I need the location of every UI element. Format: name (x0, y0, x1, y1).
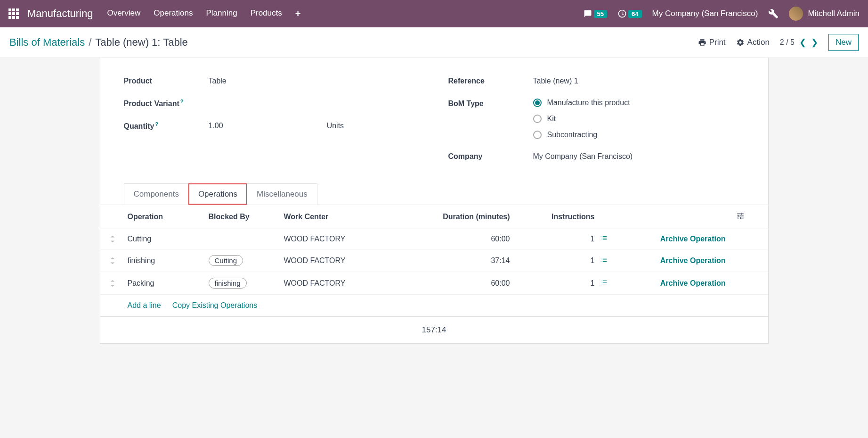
cell-instructions[interactable]: 1 (510, 279, 595, 288)
table-row[interactable]: CuttingWOOD FACTORY60:001Archive Operati… (100, 229, 768, 249)
form-body: Product Table Product Variant? Quantity?… (100, 58, 768, 174)
radio-subcontract[interactable]: Subcontracting (533, 131, 630, 139)
help-icon[interactable]: ? (155, 121, 158, 127)
archive-operation-link[interactable]: Archive Operation (614, 235, 726, 243)
cell-operation[interactable]: Cutting (124, 235, 209, 243)
cell-work-center[interactable]: WOOD FACTORY (284, 235, 425, 243)
bom-type-radio-group: Manufacture this product Kit Subcontract… (533, 99, 630, 139)
cell-blocked[interactable]: Cutting (209, 255, 284, 266)
avatar-icon (789, 7, 803, 21)
pager-next-icon[interactable]: ❯ (811, 37, 818, 48)
cell-duration[interactable]: 37:14 (425, 256, 510, 265)
cell-instructions[interactable]: 1 (510, 235, 595, 243)
add-line-link[interactable]: Add a line (128, 301, 161, 310)
chat-icon (583, 9, 592, 18)
cell-work-center[interactable]: WOOD FACTORY (284, 279, 425, 288)
archive-operation-link[interactable]: Archive Operation (614, 256, 726, 265)
list-icon[interactable] (595, 256, 614, 265)
help-icon[interactable]: ? (180, 99, 184, 104)
nav-overview[interactable]: Overview (107, 8, 140, 19)
value-company[interactable]: My Company (San Francisco) (533, 152, 633, 161)
table-row[interactable]: PackingfinishingWOOD FACTORY60:001Archiv… (100, 272, 768, 295)
label-product: Product (124, 77, 209, 85)
cell-operation[interactable]: finishing (124, 256, 209, 265)
breadcrumb-actions: Print Action 2 / 5 ❮ ❯ New (698, 34, 859, 51)
nav-menu: Overview Operations Planning Products + (107, 8, 583, 19)
nav-operations[interactable]: Operations (154, 8, 193, 19)
table-footer-links: Add a line Copy Existing Operations (100, 295, 768, 317)
cell-instructions[interactable]: 1 (510, 256, 595, 265)
radio-unchecked-icon (533, 131, 542, 139)
action-button[interactable]: Action (736, 38, 770, 47)
cell-blocked[interactable]: finishing (209, 278, 284, 289)
radio-checked-icon (533, 99, 542, 107)
th-work-center[interactable]: Work Center (284, 213, 425, 221)
value-reference[interactable]: Table (new) 1 (533, 77, 578, 85)
value-product[interactable]: Table (209, 77, 227, 85)
operations-table: Operation Blocked By Work Center Duratio… (100, 205, 768, 343)
copy-operations-link[interactable]: Copy Existing Operations (172, 301, 258, 310)
list-icon[interactable] (595, 279, 614, 288)
tab-miscellaneous[interactable]: Miscellaneous (247, 183, 317, 205)
new-button[interactable]: New (828, 34, 859, 51)
radio-kit[interactable]: Kit (533, 115, 630, 123)
breadcrumb: Bills of Materials / Table (new) 1: Tabl… (9, 36, 188, 49)
breadcrumb-parent[interactable]: Bills of Materials (9, 36, 85, 49)
company-selector[interactable]: My Company (San Francisco) (652, 9, 758, 18)
pager-prev-icon[interactable]: ❮ (799, 37, 806, 48)
value-quantity[interactable]: 1.00 (209, 122, 223, 130)
nav-planning[interactable]: Planning (206, 8, 237, 19)
table-total: 157:14 (100, 317, 768, 343)
nav-products[interactable]: Products (251, 8, 282, 19)
th-operation[interactable]: Operation (124, 213, 209, 221)
main-header: Manufacturing Overview Operations Planni… (0, 0, 868, 27)
cell-work-center[interactable]: WOOD FACTORY (284, 256, 425, 265)
gear-icon (736, 38, 745, 47)
column-settings-icon[interactable] (736, 212, 745, 220)
tabs: Components Operations Miscellaneous (100, 183, 768, 205)
activities-indicator[interactable]: 64 (617, 9, 641, 18)
drag-handle-icon[interactable] (110, 257, 124, 264)
breadcrumb-current: Table (new) 1: Table (95, 36, 188, 49)
label-quantity: Quantity? (124, 121, 209, 131)
cell-duration[interactable]: 60:00 (425, 235, 510, 243)
content: Product Table Product Variant? Quantity?… (0, 58, 868, 344)
list-icon[interactable] (595, 235, 614, 243)
label-bom-type: BoM Type (448, 99, 533, 108)
tab-operations[interactable]: Operations (188, 183, 247, 205)
tab-components[interactable]: Components (124, 183, 189, 205)
nav-add-icon[interactable]: + (295, 8, 301, 19)
form-col-right: Reference Table (new) 1 BoM Type Manufac… (448, 77, 745, 174)
archive-operation-link[interactable]: Archive Operation (614, 279, 726, 288)
drag-handle-icon[interactable] (110, 236, 124, 242)
th-duration[interactable]: Duration (minutes) (425, 213, 510, 221)
cell-operation[interactable]: Packing (124, 279, 209, 288)
activities-badge: 64 (628, 10, 641, 18)
table-row[interactable]: finishingCuttingWOOD FACTORY37:141Archiv… (100, 249, 768, 272)
value-quantity-uom[interactable]: Units (327, 122, 344, 130)
radio-unchecked-icon (533, 115, 542, 123)
cell-duration[interactable]: 60:00 (425, 279, 510, 288)
label-variant: Product Variant? (124, 99, 209, 108)
tools-icon[interactable] (768, 8, 779, 19)
form-col-left: Product Table Product Variant? Quantity?… (124, 77, 420, 174)
radio-manufacture[interactable]: Manufacture this product (533, 99, 630, 107)
label-reference: Reference (448, 77, 533, 85)
user-menu[interactable]: Mitchell Admin (789, 7, 860, 21)
print-button[interactable]: Print (698, 38, 726, 47)
drag-handle-icon[interactable] (110, 280, 124, 287)
app-title[interactable]: Manufacturing (27, 8, 93, 20)
header-right: 55 64 My Company (San Francisco) Mitchel… (583, 7, 860, 21)
clock-icon (617, 9, 627, 18)
th-blocked[interactable]: Blocked By (209, 213, 284, 221)
table-header: Operation Blocked By Work Center Duratio… (100, 205, 768, 229)
pager-text[interactable]: 2 / 5 (780, 38, 795, 47)
apps-icon[interactable] (8, 8, 19, 19)
form-sheet: Product Table Product Variant? Quantity?… (100, 58, 769, 344)
breadcrumb-bar: Bills of Materials / Table (new) 1: Tabl… (0, 27, 868, 58)
messages-indicator[interactable]: 55 (583, 9, 607, 18)
th-instructions[interactable]: Instructions (510, 213, 595, 221)
print-icon (698, 38, 706, 47)
messages-badge: 55 (594, 10, 607, 18)
pager: 2 / 5 ❮ ❯ (780, 37, 818, 48)
